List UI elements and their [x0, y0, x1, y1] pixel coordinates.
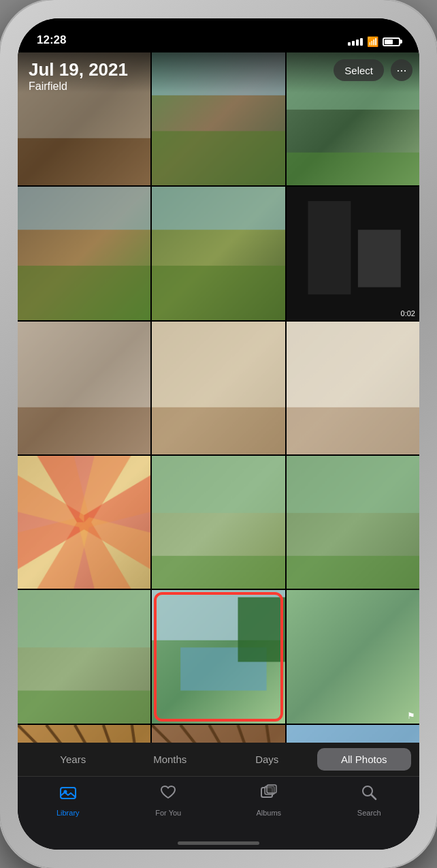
- scope-btn-all-photos[interactable]: All Photos: [317, 748, 412, 771]
- home-bar: [178, 841, 259, 845]
- photo-cell-16[interactable]: [152, 725, 285, 743]
- header-buttons: Select ···: [334, 59, 412, 81]
- video-duration-badge: 0:02: [401, 309, 415, 317]
- photo-canvas-1: [152, 52, 285, 185]
- photo-cell-4[interactable]: [152, 187, 285, 320]
- scope-bar: YearsMonthsDaysAll Photos: [18, 743, 419, 776]
- photo-cell-14[interactable]: ⚑: [287, 590, 419, 723]
- photo-canvas-0: [18, 52, 150, 185]
- photo-cell-11[interactable]: [287, 456, 419, 589]
- photo-canvas-16: [152, 725, 285, 743]
- status-icons: 📶: [348, 36, 400, 47]
- photo-cell-7[interactable]: [152, 322, 285, 454]
- photo-cell-9[interactable]: [18, 456, 150, 589]
- scope-btn-months[interactable]: Months: [123, 748, 218, 771]
- photo-canvas-8: [287, 322, 419, 454]
- svg-rect-4: [267, 785, 276, 793]
- photo-cell-13[interactable]: [152, 590, 285, 723]
- more-button[interactable]: ···: [391, 59, 412, 81]
- tab-search[interactable]: Search: [349, 784, 389, 817]
- photo-cell-12[interactable]: [18, 590, 150, 723]
- tab-bar: Library For You Albums Search: [18, 776, 419, 836]
- notch: [164, 18, 273, 42]
- scope-btn-years[interactable]: Years: [26, 748, 120, 771]
- main-content: Jul 19, 2021 Fairfield Select ··· 0:02⚑: [18, 52, 419, 743]
- photo-canvas-5: [287, 187, 419, 320]
- battery-icon: [383, 37, 400, 46]
- albums-label: Albums: [256, 809, 281, 817]
- photo-canvas-15: [18, 725, 150, 743]
- photo-cell-5[interactable]: 0:02: [287, 187, 419, 320]
- photo-canvas-11: [287, 456, 419, 589]
- photo-canvas-10: [152, 456, 285, 589]
- flag-badge: ⚑: [407, 711, 415, 721]
- photo-cell-3[interactable]: [18, 187, 150, 320]
- home-indicator: [18, 836, 419, 850]
- phone-frame: 12:28 📶 Jul: [0, 0, 437, 868]
- photo-canvas-13: [152, 590, 285, 723]
- photo-canvas-6: [18, 322, 150, 454]
- photo-cell-17[interactable]: [287, 725, 419, 743]
- phone-body: 12:28 📶 Jul: [18, 18, 419, 850]
- photo-cell-1[interactable]: [152, 52, 285, 185]
- search-label: Search: [357, 809, 381, 817]
- screen: 12:28 📶 Jul: [18, 18, 419, 850]
- photo-canvas-9: [18, 456, 150, 589]
- tab-albums[interactable]: Albums: [248, 784, 289, 817]
- tab-library[interactable]: Library: [48, 784, 88, 817]
- search-icon: [360, 784, 378, 806]
- scope-btn-days[interactable]: Days: [220, 748, 314, 771]
- signal-icon: [348, 38, 363, 46]
- for-you-icon: [159, 784, 177, 806]
- for-you-label: For You: [155, 809, 181, 817]
- select-button[interactable]: Select: [334, 59, 384, 81]
- wifi-icon: 📶: [367, 36, 378, 47]
- albums-icon: [260, 784, 278, 806]
- library-icon: [59, 784, 77, 806]
- photo-cell-6[interactable]: [18, 322, 150, 454]
- photo-grid: 0:02⚑: [18, 52, 419, 743]
- svg-line-6: [372, 795, 376, 800]
- photo-canvas-17: [287, 725, 419, 743]
- photo-cell-8[interactable]: [287, 322, 419, 454]
- photo-canvas-12: [18, 590, 150, 723]
- photo-cell-0[interactable]: [18, 52, 150, 185]
- photo-canvas-14: [287, 590, 419, 723]
- photo-cell-15[interactable]: [18, 725, 150, 743]
- library-label: Library: [56, 809, 80, 817]
- tab-for-you[interactable]: For You: [148, 784, 189, 817]
- photo-canvas-4: [152, 187, 285, 320]
- status-time: 12:28: [37, 33, 66, 47]
- photo-canvas-3: [18, 187, 150, 320]
- photo-canvas-7: [152, 322, 285, 454]
- photo-cell-10[interactable]: [152, 456, 285, 589]
